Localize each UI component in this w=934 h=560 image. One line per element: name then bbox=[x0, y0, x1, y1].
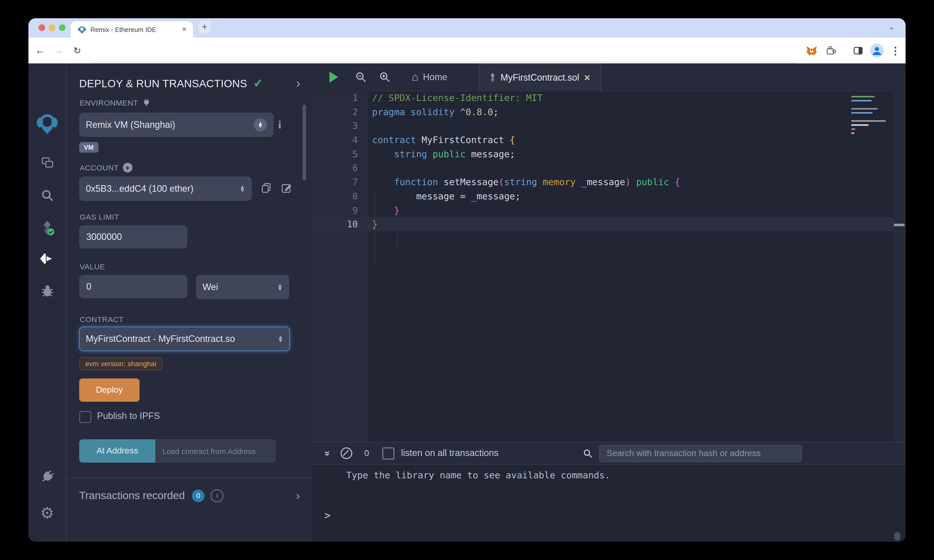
value-unit: Wei bbox=[202, 282, 218, 292]
transactions-info-icon[interactable]: i bbox=[211, 489, 223, 502]
listen-transactions-checkbox[interactable] bbox=[382, 447, 395, 459]
publish-ipfs-label[interactable]: Publish to IPFS bbox=[97, 411, 160, 422]
collapse-terminal-icon[interactable]: « bbox=[321, 451, 332, 456]
code-line[interactable]: 6 bbox=[313, 161, 893, 175]
terminal-search-icon bbox=[583, 448, 593, 458]
minimap[interactable] bbox=[851, 96, 887, 137]
search-icon[interactable] bbox=[28, 189, 66, 202]
code-lines[interactable]: 1// SPDX-License-Identifier: MIT2pragma … bbox=[313, 91, 893, 231]
minimize-window-button[interactable] bbox=[49, 25, 55, 31]
zoom-in-icon[interactable] bbox=[379, 71, 391, 85]
environment-info-icon[interactable]: i bbox=[274, 119, 286, 131]
account-stepper-icon[interactable]: ▲▼ bbox=[240, 185, 245, 192]
debugger-icon[interactable] bbox=[28, 283, 66, 297]
code-line[interactable]: 2pragma solidity ^0.8.0; bbox=[313, 105, 893, 119]
transaction-count: 0 bbox=[364, 448, 369, 458]
terminal-scrollbar[interactable] bbox=[894, 532, 900, 541]
gas-limit-input[interactable] bbox=[79, 225, 187, 249]
contract-label: CONTRACT bbox=[80, 315, 123, 324]
plug-icon bbox=[142, 98, 151, 107]
deploy-run-panel: DEPLOY & RUN TRANSACTIONS ✓ › ENVIRONMEN… bbox=[66, 63, 312, 542]
solidity-file-icon bbox=[489, 72, 496, 83]
editor-scrollbar-thumb[interactable] bbox=[894, 224, 905, 226]
remix-favicon bbox=[78, 25, 86, 34]
remix-logo-icon[interactable] bbox=[28, 112, 66, 134]
code-line[interactable]: 9 } bbox=[313, 203, 893, 217]
account-value: 0x5B3...eddC4 (100 ether) bbox=[86, 183, 193, 194]
zoom-out-icon[interactable] bbox=[355, 71, 367, 85]
tab-home[interactable]: ⌂ Home bbox=[398, 63, 461, 91]
terminal-prompt[interactable]: > bbox=[324, 509, 330, 522]
at-address-button[interactable]: At Address bbox=[79, 439, 155, 463]
code-line[interactable]: 8 message = _message; bbox=[313, 189, 893, 203]
reload-icon[interactable]: ↻ bbox=[69, 37, 85, 63]
transactions-label: Transactions recorded bbox=[79, 489, 185, 502]
deploy-button[interactable]: Deploy bbox=[79, 378, 140, 402]
browser-tab[interactable]: Remix - Ethereum IDE ✕ bbox=[71, 21, 193, 37]
environment-value: Remix VM (Shanghai) bbox=[86, 120, 175, 130]
panel-expand-chevron-icon[interactable]: › bbox=[296, 75, 301, 91]
tab-myfirstcontract[interactable]: MyFirstContract.sol ✕ bbox=[479, 63, 601, 91]
environment-select[interactable]: Remix VM (Shanghai) ▲▼ bbox=[79, 112, 274, 137]
compiled-check-icon: ✓ bbox=[253, 77, 263, 90]
settings-gear-icon[interactable]: ⚙ bbox=[28, 504, 66, 523]
vm-badge: VM bbox=[79, 142, 98, 153]
terminal-search-input[interactable] bbox=[599, 445, 802, 462]
close-file-icon[interactable]: ✕ bbox=[584, 73, 590, 82]
account-label: ACCOUNT bbox=[80, 163, 119, 172]
publish-ipfs-checkbox[interactable] bbox=[79, 411, 91, 423]
code-line[interactable]: 10} bbox=[313, 217, 893, 231]
add-account-icon[interactable]: + bbox=[123, 163, 133, 172]
browser-tabstrip: Remix - Ethereum IDE ✕ + ⌄ bbox=[28, 18, 906, 37]
solidity-compiler-icon[interactable] bbox=[28, 220, 66, 235]
environment-stepper-icon[interactable]: ▲▼ bbox=[254, 118, 267, 131]
terminal-hint: Type the library name to see available c… bbox=[346, 470, 610, 480]
listen-transactions-label[interactable]: listen on all transactions bbox=[401, 448, 498, 458]
tab-close-icon[interactable]: ✕ bbox=[182, 26, 187, 33]
code-line[interactable]: 3 bbox=[313, 119, 893, 133]
back-icon[interactable]: ← bbox=[32, 37, 48, 63]
code-line[interactable]: 4contract MyFirstContract { bbox=[313, 133, 893, 147]
split-view-icon[interactable] bbox=[850, 37, 865, 63]
editor-tabbar: ⌂ Home MyFirstContract.sol ✕ bbox=[313, 63, 906, 91]
browser-menu-icon[interactable]: ⋮ bbox=[888, 37, 903, 63]
panel-divider bbox=[66, 478, 312, 478]
indent-guide-2 bbox=[397, 234, 398, 248]
value-unit-select[interactable]: Wei ▲▼ bbox=[196, 275, 289, 299]
copy-account-icon[interactable] bbox=[260, 182, 272, 194]
value-input[interactable] bbox=[79, 275, 187, 298]
gas-limit-label: GAS LIMIT bbox=[80, 212, 119, 221]
contract-select[interactable]: MyFirstContract - MyFirstContract.so ▲▼ bbox=[79, 327, 290, 351]
contract-value: MyFirstContract - MyFirstContract.so bbox=[86, 334, 235, 344]
remix-app: ⚙ DEPLOY & RUN TRANSACTIONS ✓ › ENVIRONM… bbox=[28, 63, 906, 542]
file-explorer-icon[interactable] bbox=[28, 156, 66, 170]
browser-window: Remix - Ethereum IDE ✕ + ⌄ ← → ↻ remix.e… bbox=[28, 18, 906, 542]
close-window-button[interactable] bbox=[39, 25, 45, 31]
browser-toolbar: ← → ↻ remix.ethereum.org/#lang=en&optimi… bbox=[28, 37, 906, 63]
new-tab-button[interactable]: + bbox=[198, 20, 211, 34]
at-address-input[interactable] bbox=[155, 439, 276, 463]
deploy-run-icon[interactable] bbox=[28, 252, 66, 265]
code-line[interactable]: 1// SPDX-License-Identifier: MIT bbox=[313, 91, 893, 105]
maximize-window-button[interactable] bbox=[59, 25, 65, 31]
unit-stepper-icon[interactable]: ▲▼ bbox=[277, 283, 283, 291]
code-line[interactable]: 7 function setMessage(string memory _mes… bbox=[313, 175, 893, 189]
panel-title: DEPLOY & RUN TRANSACTIONS bbox=[79, 77, 247, 89]
run-script-icon[interactable] bbox=[330, 72, 338, 83]
sign-message-icon[interactable] bbox=[281, 182, 292, 194]
clear-console-icon[interactable] bbox=[341, 448, 352, 459]
panel-scrollbar[interactable] bbox=[302, 105, 306, 181]
tab-search-chevron-icon[interactable]: ⌄ bbox=[888, 22, 895, 31]
transactions-chevron-icon[interactable]: › bbox=[296, 488, 300, 503]
extensions-puzzle-icon[interactable] bbox=[823, 37, 838, 63]
plugin-manager-icon[interactable] bbox=[28, 469, 66, 485]
metamask-extension-icon[interactable] bbox=[804, 37, 819, 63]
profile-avatar[interactable] bbox=[869, 37, 884, 63]
home-icon: ⌂ bbox=[412, 72, 419, 83]
account-select[interactable]: 0x5B3...eddC4 (100 ether) ▲▼ bbox=[79, 177, 252, 201]
code-line[interactable]: 5 string public message; bbox=[313, 147, 893, 161]
screen: Remix - Ethereum IDE ✕ + ⌄ ← → ↻ remix.e… bbox=[0, 0, 934, 560]
contract-stepper-icon[interactable]: ▲▼ bbox=[277, 335, 283, 342]
indent-guide bbox=[375, 192, 375, 262]
forward-icon[interactable]: → bbox=[51, 37, 66, 63]
